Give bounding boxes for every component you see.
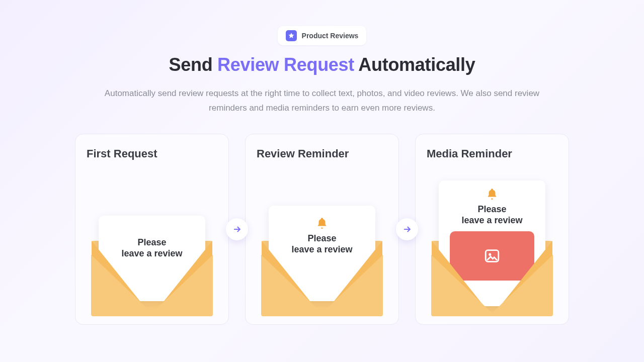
arrow-icon — [226, 218, 248, 240]
category-badge-label: Product Reviews — [302, 32, 359, 40]
card-media-reminder: Media Reminder Please leave a review — [415, 134, 569, 325]
card-title: First Request — [87, 147, 217, 160]
envelope-illustration: Please leave a review — [432, 180, 552, 316]
headline-post: Automatically — [354, 54, 475, 75]
letter-text: Please leave a review — [291, 233, 352, 255]
envelope-illustration: Please leave a review — [92, 206, 212, 316]
card-review-reminder: Review Reminder Please leave a review — [245, 134, 399, 325]
letter: Please leave a review — [99, 216, 205, 301]
category-badge: Product Reviews — [278, 26, 367, 45]
letter: Please leave a review — [439, 180, 545, 306]
letter-text: Please leave a review — [121, 237, 182, 259]
card-title: Media Reminder — [427, 147, 557, 160]
letter-text: Please leave a review — [461, 204, 522, 226]
page-headline: Send Review Request Automatically — [169, 54, 475, 75]
bell-icon — [315, 217, 329, 230]
card-first-request: First Request Please leave a review — [75, 134, 229, 325]
page-subhead: Automatically send review requests at th… — [96, 86, 548, 116]
card-title: Review Reminder — [257, 147, 387, 160]
envelope-illustration: Please leave a review — [262, 206, 382, 316]
arrow-icon — [396, 218, 418, 240]
media-thumbnail — [450, 231, 534, 281]
cards-row: First Request Please leave a review Revi… — [75, 134, 569, 325]
headline-pre: Send — [169, 54, 218, 75]
star-icon — [286, 30, 297, 41]
svg-rect-0 — [486, 250, 499, 261]
letter: Please leave a review — [269, 206, 375, 301]
bell-icon — [486, 188, 499, 201]
svg-point-1 — [489, 253, 491, 255]
headline-accent: Review Request — [217, 54, 354, 75]
